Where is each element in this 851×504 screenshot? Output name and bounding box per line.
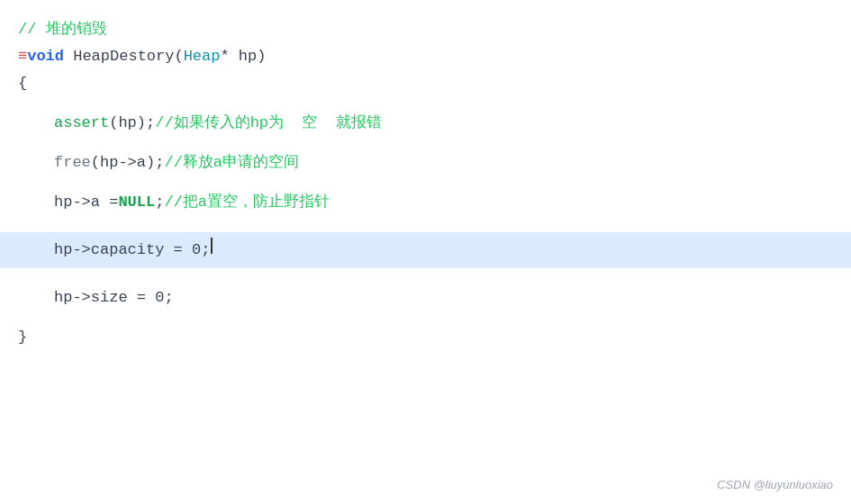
gap2 <box>18 137 833 149</box>
capacity-code: hp->capacity = 0; <box>54 237 210 264</box>
type-heap: Heap <box>184 43 221 70</box>
free-keyword: free <box>54 149 91 176</box>
gap5 <box>18 272 833 284</box>
line-close-brace: } <box>18 324 833 351</box>
line-null: hp->a = NULL;//把a置空，防止野指针 <box>54 189 833 216</box>
line-capacity: hp->capacity = 0; <box>54 237 833 264</box>
gap1 <box>18 97 833 110</box>
line-capacity-wrapper: hp->capacity = 0; <box>0 232 851 268</box>
eq-marker: ≡ <box>18 43 27 70</box>
assert-args: (hp); <box>109 110 155 137</box>
func-name: HeapDestory( <box>73 43 183 70</box>
line-func-sig: ≡void HeapDestory(Heap* hp) <box>18 43 833 70</box>
gap3 <box>18 176 833 189</box>
null-comment: //把a置空，防止野指针 <box>164 189 330 216</box>
free-args: (hp->a); <box>91 149 165 176</box>
line-open-brace: { <box>18 70 833 97</box>
code-block: // 堆的销毁 ≡void HeapDestory(Heap* hp) { as… <box>0 0 851 367</box>
null-keyword: NULL <box>118 189 155 216</box>
comment-text: // 堆的销毁 <box>18 16 107 43</box>
gap4 <box>18 216 833 229</box>
assert-keyword: assert <box>54 110 109 137</box>
free-comment: //释放a申请的空间 <box>164 149 299 176</box>
assert-comment: //如果传入的hp为 空 就报错 <box>155 110 382 137</box>
hp-a: hp->a = <box>54 189 118 216</box>
line-size: hp->size = 0; <box>54 284 833 311</box>
watermark: CSDN @liuyunluoxiao <box>717 478 833 491</box>
open-brace: { <box>18 70 27 97</box>
null-semi: ; <box>155 189 164 216</box>
close-brace: } <box>18 324 27 351</box>
code-container: // 堆的销毁 ≡void HeapDestory(Heap* hp) { as… <box>0 0 851 504</box>
size-code: hp->size = 0; <box>54 284 174 311</box>
param: * hp) <box>220 43 266 70</box>
line-assert: assert(hp);//如果传入的hp为 空 就报错 <box>54 110 833 137</box>
line-free: free(hp->a);//释放a申请的空间 <box>54 149 833 176</box>
line-comment-heading: // 堆的销毁 <box>18 16 833 43</box>
keyword-void: void <box>27 43 64 70</box>
gap6 <box>18 311 833 324</box>
cursor <box>211 238 213 254</box>
